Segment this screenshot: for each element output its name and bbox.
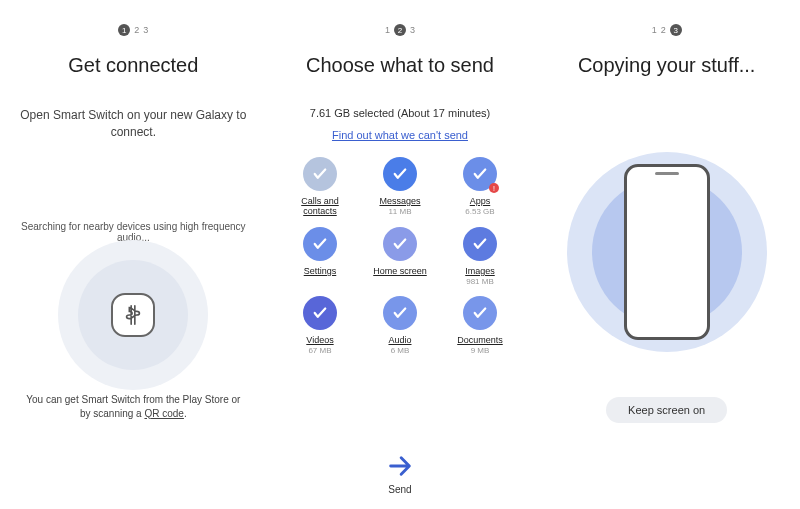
panel-get-connected: 1 2 3 Get connected Open Smart Switch on… — [0, 0, 267, 509]
page-title: Get connected — [68, 54, 198, 77]
content-grid: Calls and contactsMessages11 MB!Apps6.53… — [287, 157, 513, 355]
check-icon — [383, 296, 417, 330]
phone-icon — [624, 164, 710, 340]
keep-screen-on-button[interactable]: Keep screen on — [606, 397, 727, 423]
step-indicator: 1 2 3 — [118, 24, 148, 36]
subtitle: Open Smart Switch on your new Galaxy to … — [0, 107, 267, 141]
item-label: Home screen — [373, 266, 427, 276]
check-icon — [303, 296, 337, 330]
send-button[interactable]: Send — [267, 452, 534, 495]
step-3-current: 3 — [670, 24, 682, 36]
item-label: Calls and contacts — [287, 196, 353, 217]
item-label: Videos — [306, 335, 333, 345]
check-icon — [463, 227, 497, 261]
item-label: Images — [465, 266, 495, 276]
step-indicator: 1 2 3 — [652, 24, 682, 36]
smart-switch-icon — [111, 293, 155, 337]
step-3: 3 — [410, 25, 415, 35]
item-size: 6 MB — [391, 346, 410, 355]
alert-badge-icon: ! — [489, 183, 499, 193]
page-title: Copying your stuff... — [578, 54, 756, 77]
step-1: 1 — [385, 25, 390, 35]
item-size: 9 MB — [471, 346, 490, 355]
content-item-3[interactable]: Settings — [287, 227, 353, 286]
content-item-1[interactable]: Messages11 MB — [367, 157, 433, 217]
item-label: Apps — [470, 196, 491, 206]
check-icon — [303, 157, 337, 191]
footer-text: You can get Smart Switch from the Play S… — [0, 393, 267, 421]
step-1: 1 — [652, 25, 657, 35]
page-title: Choose what to send — [306, 54, 494, 77]
item-size: 67 MB — [308, 346, 331, 355]
check-icon — [383, 227, 417, 261]
qr-code-link[interactable]: QR code — [144, 408, 183, 419]
content-item-5[interactable]: Images981 MB — [447, 227, 513, 286]
send-label: Send — [388, 484, 411, 495]
step-1-current: 1 — [118, 24, 130, 36]
step-2: 2 — [134, 25, 139, 35]
content-item-2[interactable]: !Apps6.53 GB — [447, 157, 513, 217]
step-3: 3 — [143, 25, 148, 35]
panel-copying: 1 2 3 Copying your stuff... Keep screen … — [533, 0, 800, 509]
item-size: 6.53 GB — [465, 207, 494, 216]
check-icon: ! — [463, 157, 497, 191]
content-item-8[interactable]: Documents9 MB — [447, 296, 513, 355]
check-icon — [463, 296, 497, 330]
step-2: 2 — [661, 25, 666, 35]
check-icon — [383, 157, 417, 191]
content-item-7[interactable]: Audio6 MB — [367, 296, 433, 355]
content-item-4[interactable]: Home screen — [367, 227, 433, 286]
content-item-6[interactable]: Videos67 MB — [287, 296, 353, 355]
panel-choose-send: 1 2 3 Choose what to send 7.61 GB select… — [267, 0, 534, 509]
phone-animation — [567, 137, 767, 367]
arrow-right-icon — [386, 452, 414, 480]
item-label: Audio — [388, 335, 411, 345]
item-size: 11 MB — [388, 207, 411, 216]
check-icon — [303, 227, 337, 261]
content-item-0[interactable]: Calls and contacts — [287, 157, 353, 217]
step-2-current: 2 — [394, 24, 406, 36]
selection-summary: 7.61 GB selected (About 17 minutes) — [310, 107, 490, 119]
step-indicator: 1 2 3 — [385, 24, 415, 36]
item-size: 981 MB — [466, 277, 494, 286]
item-label: Documents — [457, 335, 503, 345]
pulse-animation — [53, 255, 213, 375]
item-label: Messages — [379, 196, 420, 206]
find-out-link[interactable]: Find out what we can't send — [332, 129, 468, 141]
item-label: Settings — [304, 266, 337, 276]
